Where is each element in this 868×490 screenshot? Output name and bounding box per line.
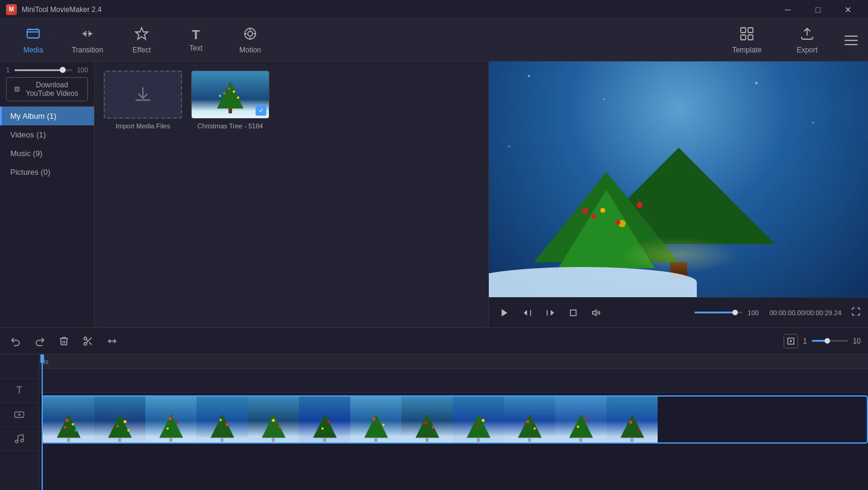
toolbar-text[interactable]: T Text <box>169 22 223 59</box>
scissors-button[interactable] <box>80 333 96 350</box>
toolbar-media[interactable]: Media <box>6 22 60 59</box>
main-toolbar: Media Transition Effect T Text <box>0 19 868 61</box>
frame-9 <box>453 397 504 444</box>
preview-video[interactable]: ✦ ✦ ✦ ✦ ✦ <box>489 61 868 297</box>
toolbar-template[interactable]: Template <box>720 22 774 59</box>
svg-rect-6 <box>741 35 746 40</box>
timeline-tracks: 0s <box>39 354 868 490</box>
timeline-track-labels: T <box>0 354 39 490</box>
frame-7 <box>350 397 401 444</box>
svg-rect-17 <box>570 310 576 315</box>
minimize-button[interactable]: ─ <box>774 0 802 19</box>
crop-button[interactable] <box>565 304 582 321</box>
undo-button[interactable] <box>7 333 24 350</box>
christmas-tree-label: Christmas Tree - 5184 <box>198 122 263 130</box>
volume-value: 100 <box>747 309 758 316</box>
toolbar-right: Template Export <box>720 22 862 59</box>
preview-area: ✦ ✦ ✦ ✦ ✦ <box>488 61 868 327</box>
mini-xmas-tree <box>217 81 244 113</box>
timeline-expand-button[interactable] <box>784 334 798 348</box>
my-album-count: (1) <box>47 112 57 121</box>
menu-line-3 <box>844 44 858 45</box>
frame-8 <box>401 397 453 444</box>
preview-frame: ✦ ✦ ✦ ✦ ✦ <box>489 61 868 297</box>
video-track[interactable] <box>42 395 868 444</box>
time-display: 00:00:00.00/00:00:29.24 <box>770 309 841 316</box>
undo-icon <box>10 336 21 347</box>
toolbar-transition[interactable]: Transition <box>60 22 115 59</box>
app-logo-icon: M <box>6 4 17 15</box>
svg-point-20 <box>84 342 87 345</box>
step-back-button[interactable] <box>519 304 536 321</box>
pictures-label: Pictures (0) <box>10 168 50 177</box>
toolbar-text-label: Text <box>189 44 203 52</box>
audio-track-icon <box>14 433 25 444</box>
zoom-max-label: 10 <box>853 337 861 345</box>
import-media-item[interactable]: Import Media Files <box>104 71 182 130</box>
svg-marker-18 <box>593 310 596 315</box>
template-icon <box>740 27 754 43</box>
audio-track <box>39 444 868 474</box>
track-label-text: T <box>0 378 39 403</box>
preview-tree <box>582 148 775 297</box>
album-volume-row: 1 100 <box>0 61 94 75</box>
youtube-icon <box>14 84 20 94</box>
check-mark: ✓ <box>256 105 266 116</box>
play-button[interactable] <box>496 304 513 321</box>
sidebar-item-music[interactable]: Music (9) <box>0 144 94 163</box>
speed-button[interactable] <box>104 333 121 350</box>
window-controls: ─ □ ✕ <box>774 0 862 19</box>
timeline-content: T 0s <box>0 354 868 490</box>
toolbar-motion[interactable]: Motion <box>223 22 277 59</box>
main-content: 1 100 Download YouTube Videos My Album (… <box>0 61 868 327</box>
track-label-audio <box>0 427 39 451</box>
text-track <box>39 369 868 393</box>
svg-marker-15 <box>551 310 554 315</box>
delete-button[interactable] <box>55 333 72 350</box>
sidebar-item-my-album[interactable]: My Album (1) <box>0 107 94 125</box>
play-icon <box>500 308 509 318</box>
trash-icon <box>58 336 69 347</box>
scissors-icon <box>83 336 93 347</box>
menu-line-1 <box>844 36 858 37</box>
download-youtube-button[interactable]: Download YouTube Videos <box>6 77 88 101</box>
toolbar-media-label: Media <box>24 46 43 54</box>
redo-button[interactable] <box>31 333 48 350</box>
brightness-value: 100 <box>77 66 88 74</box>
toolbar-effect-label: Effect <box>133 46 151 54</box>
brightness-slider[interactable] <box>14 69 72 71</box>
frame-3 <box>145 397 197 444</box>
toolbar-effect[interactable]: Effect <box>115 22 169 59</box>
frame-11 <box>555 397 606 444</box>
sidebar-item-videos[interactable]: Videos (1) <box>0 125 94 144</box>
sidebar-item-pictures[interactable]: Pictures (0) <box>0 163 94 181</box>
svg-marker-26 <box>19 413 22 416</box>
toolbar-export[interactable]: Export <box>780 22 834 59</box>
playhead[interactable] <box>42 354 43 490</box>
toolbar-motion-label: Motion <box>239 46 261 54</box>
title-bar: M MiniTool MovieMaker 2.4 ─ □ ✕ <box>0 0 868 19</box>
frame-6 <box>299 397 350 444</box>
videos-label: Videos (1) <box>10 130 46 139</box>
import-thumb[interactable] <box>104 71 182 119</box>
volume-button[interactable] <box>588 304 605 321</box>
frame-2 <box>94 397 145 444</box>
step-back-icon <box>523 308 532 318</box>
zoom-slider[interactable] <box>812 340 848 342</box>
menu-button[interactable] <box>840 30 862 51</box>
app-title: MiniTool MovieMaker 2.4 <box>22 5 102 14</box>
volume-slider-area: 100 <box>694 309 758 316</box>
christmas-tree-thumb[interactable]: ✓ <box>191 71 269 119</box>
fullscreen-button[interactable] <box>851 307 861 318</box>
menu-line-2 <box>844 40 858 41</box>
timeline-zoom-area: 1 10 <box>784 334 861 348</box>
close-button[interactable]: ✕ <box>834 0 862 19</box>
christmas-tree-item[interactable]: ✓ Christmas Tree - 5184 <box>191 71 269 130</box>
import-label: Import Media Files <box>116 122 170 130</box>
maximize-button[interactable]: □ <box>804 0 832 19</box>
videos-count: (1) <box>36 130 46 139</box>
media-area: Import Media Files <box>95 61 488 327</box>
step-forward-button[interactable] <box>542 304 559 321</box>
volume-slider-track[interactable] <box>694 312 743 313</box>
motion-icon <box>243 27 257 43</box>
